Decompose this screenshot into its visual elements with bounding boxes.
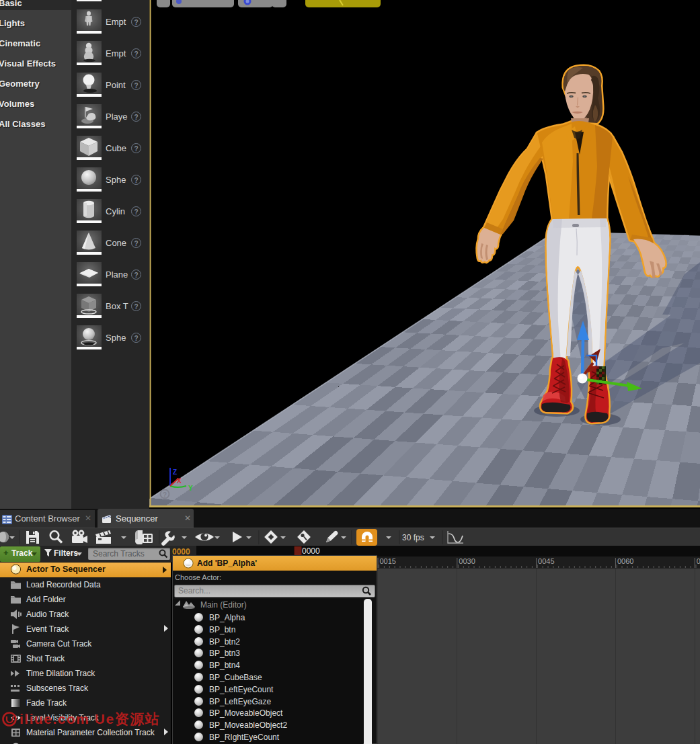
svg-text:?: ?: [134, 240, 138, 247]
svg-text:X: X: [177, 477, 182, 485]
svg-text:Y: Y: [188, 485, 193, 492]
svg-text:?: ?: [163, 491, 167, 499]
svg-text:0030: 0030: [459, 557, 475, 565]
svg-text:30 fps: 30 fps: [402, 533, 424, 542]
svg-text:?: ?: [134, 82, 138, 89]
svg-text:0060: 0060: [617, 557, 633, 565]
svg-text:?: ?: [134, 145, 138, 153]
svg-text:?: ?: [134, 272, 138, 279]
svg-text:?: ?: [134, 114, 138, 121]
svg-text:?: ?: [134, 19, 138, 26]
svg-text:00: 00: [697, 557, 700, 565]
svg-text:0015: 0015: [380, 557, 396, 565]
svg-text:?: ?: [134, 303, 138, 311]
svg-text:Z: Z: [173, 468, 177, 476]
svg-text:0045: 0045: [538, 557, 554, 565]
svg-text:?: ?: [134, 177, 138, 184]
svg-text:?: ?: [134, 208, 138, 216]
svg-text:?: ?: [134, 50, 138, 58]
svg-text:?: ?: [134, 335, 138, 342]
